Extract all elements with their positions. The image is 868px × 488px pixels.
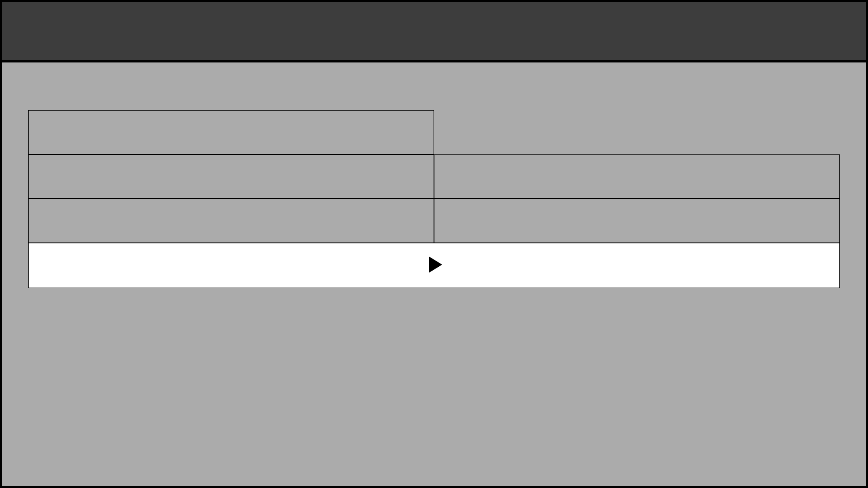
grid-container — [28, 110, 840, 288]
grid-cell-0-0[interactable] — [28, 110, 434, 154]
grid-row-1 — [28, 154, 840, 199]
app-window — [0, 0, 868, 488]
grid-row-0 — [28, 110, 840, 154]
grid-cell-1-0[interactable] — [28, 154, 434, 199]
grid-cell-2-0[interactable] — [28, 199, 434, 243]
grid-row-2 — [28, 199, 840, 243]
play-icon — [422, 252, 446, 278]
play-button[interactable] — [28, 243, 840, 288]
title-bar — [2, 2, 866, 62]
grid-cell-1-1[interactable] — [434, 154, 840, 199]
content-area — [2, 62, 866, 486]
grid-cell-2-1[interactable] — [434, 199, 840, 243]
